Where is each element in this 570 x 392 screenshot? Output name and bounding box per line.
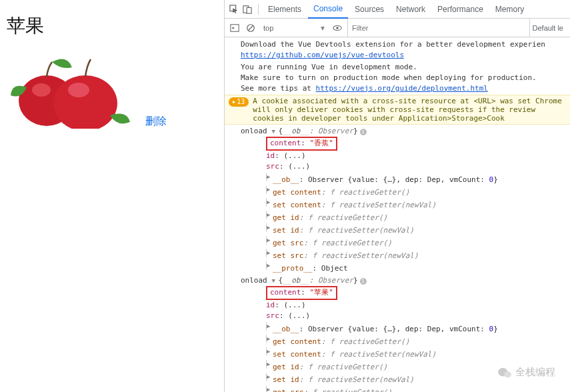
app-panel: 苹果 删除: [0, 0, 224, 392]
delete-link[interactable]: 删除: [145, 115, 167, 129]
expand-caret[interactable]: [266, 261, 273, 271]
info-icon[interactable]: i: [360, 129, 367, 135]
apple-image: [7, 49, 133, 129]
highlight-box: content: "香蕉": [266, 137, 337, 151]
deploy-link[interactable]: https://vuejs.org/guide/deployment.html: [316, 84, 488, 93]
divider: [258, 4, 259, 15]
console-output: Download the Vue Devtools extension for …: [225, 37, 570, 392]
devtools-panel: Elements Console Sources Network Perform…: [224, 0, 570, 392]
sidebar-toggle-icon[interactable]: [229, 22, 241, 34]
expand-caret[interactable]: [266, 249, 273, 258]
log-level[interactable]: Default le: [529, 19, 566, 37]
eye-icon[interactable]: [331, 22, 343, 34]
clear-console-icon[interactable]: [245, 22, 257, 34]
logged-object: onload {__ob__: Observer}i content: "苹果"…: [225, 275, 570, 392]
device-icon[interactable]: [242, 4, 253, 15]
context-value[interactable]: [261, 23, 327, 33]
expand-caret[interactable]: [266, 211, 273, 220]
expand-caret[interactable]: [266, 373, 273, 382]
svg-point-1: [32, 83, 51, 97]
tab-console[interactable]: Console: [308, 0, 348, 19]
tab-memory[interactable]: Memory: [490, 1, 529, 18]
tab-network[interactable]: Network: [391, 1, 431, 18]
warning-row: 13 A cookie associated with a cross-site…: [225, 95, 570, 125]
svg-rect-6: [247, 7, 251, 13]
svg-line-9: [249, 25, 253, 30]
expand-caret[interactable]: [266, 385, 273, 392]
expand-caret[interactable]: [266, 360, 273, 369]
tab-performance[interactable]: Performance: [432, 1, 489, 18]
warning-text: A cookie associated with a cross-site re…: [253, 97, 567, 123]
expand-caret[interactable]: [266, 335, 273, 344]
log-line: Download the Vue Devtools extension for …: [225, 39, 570, 61]
svg-point-11: [336, 27, 339, 29]
expand-caret[interactable]: [266, 347, 273, 357]
expand-caret[interactable]: [266, 236, 273, 245]
highlight-box: content: "苹果": [266, 286, 337, 300]
fruit-block: 删除: [7, 49, 167, 129]
svg-point-3: [68, 83, 89, 97]
warning-count-badge[interactable]: 13: [229, 97, 249, 107]
context-selector[interactable]: ▾: [261, 23, 327, 33]
expand-caret[interactable]: [266, 223, 273, 233]
expand-caret[interactable]: [266, 185, 273, 195]
expand-caret[interactable]: [266, 198, 273, 207]
inspect-icon[interactable]: [229, 4, 239, 15]
tab-elements[interactable]: Elements: [263, 1, 307, 18]
filter-input[interactable]: [347, 19, 525, 37]
expand-caret[interactable]: [271, 277, 278, 286]
expand-caret[interactable]: [271, 127, 278, 137]
expand-caret[interactable]: [266, 322, 273, 331]
expand-caret[interactable]: [266, 173, 273, 182]
console-toolbar: ▾ Default le: [225, 19, 570, 37]
logged-object: onload {__ob__: Observer}i content: "香蕉"…: [225, 126, 570, 274]
devtools-tabs: Elements Console Sources Network Perform…: [225, 0, 570, 19]
info-icon[interactable]: i: [360, 278, 367, 285]
log-line: You are running Vue in development mode.…: [225, 61, 570, 95]
devtools-link[interactable]: https://github.com/vuejs/vue-devtools: [241, 51, 404, 59]
tab-sources[interactable]: Sources: [349, 1, 389, 18]
page-title: 苹果: [7, 13, 224, 39]
